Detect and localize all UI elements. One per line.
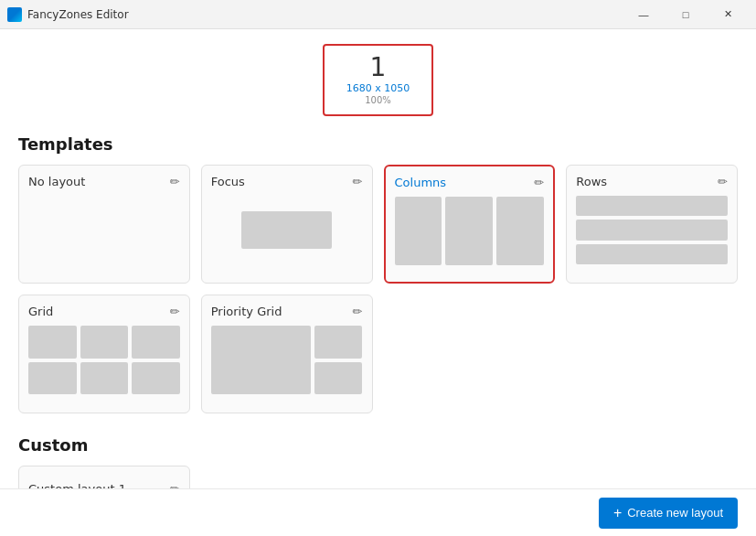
templates-section: Templates No layout ✏ Focus ✏: [18, 134, 738, 432]
card-header-grid: Grid ✏: [28, 305, 180, 318]
card-title-focus: Focus: [211, 175, 245, 188]
grid-block-1: [28, 326, 77, 359]
maximize-button[interactable]: □: [665, 0, 707, 29]
edit-icon-rows[interactable]: ✏: [718, 175, 728, 188]
priority-side-block-2: [314, 362, 363, 395]
card-title-grid: Grid: [28, 305, 53, 318]
priority-side-block-1: [314, 326, 363, 359]
close-button[interactable]: ✕: [707, 0, 749, 29]
monitor-number: 1: [346, 55, 410, 80]
template-card-no-layout[interactable]: No layout ✏: [18, 165, 190, 284]
window-controls[interactable]: — □ ✕: [623, 0, 749, 29]
templates-grid: No layout ✏ Focus ✏ Columns ✏: [18, 165, 738, 413]
main-content: 1 1680 x 1050 100% Templates No layout ✏…: [0, 29, 756, 536]
edit-icon-columns[interactable]: ✏: [534, 176, 544, 189]
edit-icon-grid[interactable]: ✏: [170, 305, 180, 318]
custom-section-title: Custom: [18, 435, 738, 455]
grid-block-5: [80, 362, 129, 395]
monitor-area: 1 1680 x 1050 100%: [18, 44, 738, 116]
template-card-focus[interactable]: Focus ✏: [201, 165, 373, 284]
grid-block-4: [28, 362, 77, 395]
template-card-grid[interactable]: Grid ✏: [18, 295, 190, 413]
edit-icon-no-layout[interactable]: ✏: [170, 175, 180, 188]
row-block-1: [576, 196, 728, 216]
monitor-percent: 100%: [346, 95, 410, 105]
monitor-resolution: 1680 x 1050: [346, 82, 410, 94]
create-new-layout-label: Create new layout: [627, 506, 723, 520]
focus-block: [241, 211, 332, 249]
card-title-no-layout: No layout: [28, 175, 85, 188]
row-block-2: [576, 220, 728, 240]
create-new-layout-button[interactable]: + Create new layout: [599, 498, 738, 529]
col-block-2: [445, 197, 493, 265]
col-block-3: [496, 197, 544, 265]
app-icon: [7, 7, 22, 22]
grid-block-2: [80, 326, 129, 359]
title-bar-left: FancyZones Editor: [7, 7, 129, 22]
preview-no-layout: [28, 196, 180, 264]
grid-block-3: [132, 326, 180, 359]
card-title-columns: Columns: [395, 176, 447, 189]
title-bar: FancyZones Editor — □ ✕: [0, 0, 756, 29]
preview-priority-grid: [211, 326, 363, 394]
templates-section-title: Templates: [18, 134, 738, 154]
grid-block-6: [132, 362, 180, 395]
preview-grid: [28, 326, 180, 394]
plus-icon: +: [613, 505, 622, 521]
bottom-bar: + Create new layout: [0, 488, 756, 536]
row-block-3: [576, 244, 728, 264]
card-header-columns: Columns ✏: [395, 176, 545, 189]
edit-icon-priority-grid[interactable]: ✏: [353, 305, 363, 318]
monitor-card[interactable]: 1 1680 x 1050 100%: [323, 44, 434, 116]
card-title-rows: Rows: [576, 175, 607, 188]
template-card-rows[interactable]: Rows ✏: [566, 165, 738, 284]
card-header-no-layout: No layout ✏: [28, 175, 180, 188]
col-block-1: [395, 197, 442, 265]
edit-icon-focus[interactable]: ✏: [353, 175, 363, 188]
card-title-priority-grid: Priority Grid: [211, 305, 282, 318]
preview-rows: [576, 196, 728, 264]
card-header-focus: Focus ✏: [211, 175, 363, 188]
app-title: FancyZones Editor: [27, 8, 129, 21]
preview-focus: [211, 196, 363, 264]
card-header-rows: Rows ✏: [576, 175, 728, 188]
minimize-button[interactable]: —: [623, 0, 665, 29]
priority-main-block: [211, 326, 311, 394]
preview-columns: [395, 197, 545, 265]
template-card-columns[interactable]: Columns ✏: [384, 165, 556, 284]
template-card-priority-grid[interactable]: Priority Grid ✏: [201, 295, 373, 413]
card-header-priority-grid: Priority Grid ✏: [211, 305, 363, 318]
